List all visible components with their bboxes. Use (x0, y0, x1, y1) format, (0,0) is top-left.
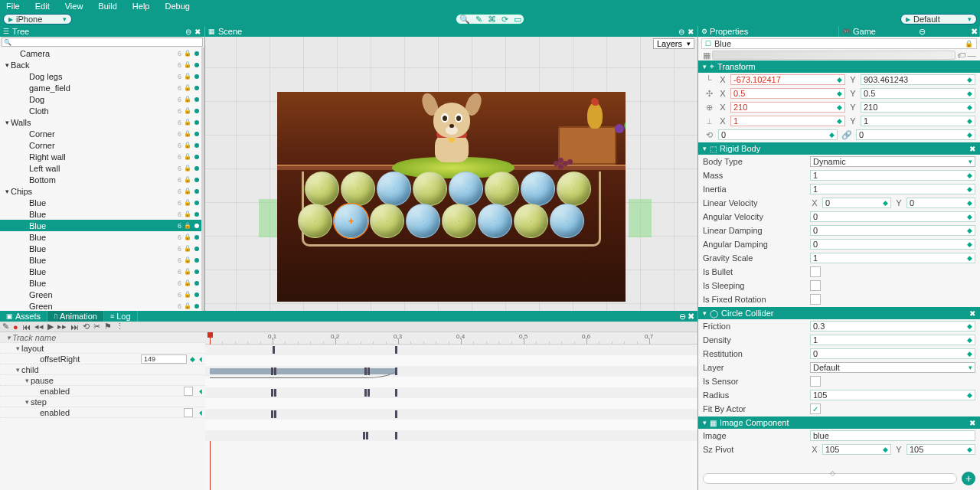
fixed-checkbox[interactable] (810, 294, 821, 305)
loop-icon[interactable]: ⟲ (83, 322, 90, 332)
track-row[interactable]: enabled⏴ (0, 407, 205, 418)
rot-x-input[interactable]: 0◆ (718, 129, 838, 140)
scene-viewport[interactable]: Layers (205, 37, 697, 311)
lock-icon[interactable]: 🔒 (965, 40, 973, 47)
close-icon[interactable] (194, 28, 201, 36)
grav-input[interactable]: 1◆ (810, 253, 975, 263)
radius-input[interactable]: 105◆ (810, 390, 975, 400)
track-row[interactable]: enabled⏴ (0, 386, 205, 397)
sensor-checkbox[interactable] (810, 376, 821, 387)
body-type-select[interactable]: Dynamic (810, 156, 975, 167)
link-icon[interactable]: ⌘ (488, 15, 496, 24)
prev-frame-icon[interactable]: ◂◂ (34, 322, 44, 332)
draw-icon[interactable]: ✎ (475, 15, 482, 24)
inertia-input[interactable]: 1◆ (810, 184, 975, 194)
tree-item[interactable]: Bottom6🔒 (0, 174, 201, 185)
device-dropdown[interactable]: iPhone (3, 14, 72, 24)
angvel-input[interactable]: 0◆ (810, 211, 975, 222)
section-transform[interactable]: ▾⌖Transform (698, 60, 980, 73)
tree-search-input[interactable] (2, 38, 203, 47)
minimize-icon[interactable] (919, 27, 926, 37)
size-x-input[interactable]: 210◆ (730, 102, 845, 113)
close-icon[interactable] (688, 312, 694, 322)
tree-item[interactable]: game_field6🔒 (0, 82, 201, 93)
tree-item[interactable]: Green6🔒 (0, 300, 201, 312)
frame-icon[interactable]: ▭ (514, 15, 521, 24)
angdamp-input[interactable]: 0◆ (810, 239, 975, 250)
rot-y-input[interactable]: 0◆ (856, 129, 975, 140)
track-row[interactable]: offsetRight149◆⏴ (0, 354, 205, 364)
component-filter[interactable]: ◇ (703, 473, 957, 484)
next-frame-icon[interactable]: ▸▸ (57, 322, 67, 332)
tree-item[interactable]: Green6🔒 (0, 289, 201, 300)
menu-edit[interactable]: Edit (35, 2, 50, 11)
tab-game[interactable]: 🎮Game (839, 26, 980, 37)
delete-icon[interactable]: ✖ (969, 145, 975, 153)
tree-item[interactable]: Dog6🔒 (0, 93, 201, 105)
menu-help[interactable]: Help (132, 2, 150, 11)
options-icon[interactable]: ⋮ (116, 322, 124, 332)
pencil-icon[interactable]: ✎ (2, 322, 9, 332)
tree-item[interactable]: Blue6🔒 (0, 208, 201, 220)
track-row[interactable]: ▾layout (0, 343, 205, 354)
restitution-input[interactable]: 0◆ (810, 348, 975, 359)
track-row[interactable]: ▾pause (0, 375, 205, 386)
close-icon[interactable] (687, 28, 694, 36)
tree-item[interactable]: Blue6🔒 (0, 277, 201, 289)
scene-tool-icons[interactable]: 🔍 ✎ ⌘ ⟳ ▭ (456, 14, 524, 24)
close-icon[interactable] (971, 27, 978, 37)
minimize-icon[interactable] (185, 28, 192, 36)
minimize-icon[interactable] (679, 312, 686, 322)
tree-item[interactable]: Blue6🔒 (0, 220, 201, 231)
fit-checkbox[interactable] (810, 403, 821, 414)
minimize-icon[interactable] (678, 28, 685, 36)
tree-item[interactable]: ▾Walls6🔒 (0, 116, 201, 128)
pivot-x-input[interactable]: 1◆ (730, 116, 845, 126)
lindamp-input[interactable]: 0◆ (810, 225, 975, 236)
tree-item[interactable]: Corner6🔒 (0, 128, 201, 139)
tree-item[interactable]: Dog legs6🔒 (0, 70, 201, 82)
tree-item[interactable]: Blue6🔒 (0, 243, 201, 254)
tab-assets[interactable]: ▣Assets (0, 311, 47, 322)
delete-icon[interactable]: ✖ (969, 309, 975, 318)
scale-x-input[interactable]: 0.5◆ (730, 88, 845, 99)
tree-item[interactable]: Cloth6🔒 (0, 105, 201, 116)
tree-item[interactable]: Corner6🔒 (0, 139, 201, 151)
szpivot-y-input[interactable]: 105◆ (906, 444, 975, 455)
tree-item[interactable]: Camera6🔒 (0, 47, 201, 59)
menu-build[interactable]: Build (98, 2, 116, 11)
menu-view[interactable]: View (65, 2, 83, 11)
track-row[interactable]: ▾step (0, 397, 205, 407)
linvel-x-input[interactable]: 0◆ (822, 198, 891, 208)
mass-input[interactable]: 1◆ (810, 170, 975, 181)
tree-item[interactable]: Blue6🔒 (0, 254, 201, 266)
linvel-y-input[interactable]: 0◆ (906, 198, 975, 208)
section-image[interactable]: ▾▦Image Component✖ (698, 416, 980, 429)
friction-input[interactable]: 0.3◆ (810, 321, 975, 332)
tree-item[interactable]: ▾Chips6🔒 (0, 185, 201, 197)
pivot-y-input[interactable]: 1◆ (861, 116, 975, 126)
record-icon[interactable]: ● (13, 322, 18, 332)
bullet-checkbox[interactable] (810, 266, 821, 277)
szpivot-x-input[interactable]: 105◆ (822, 444, 891, 455)
pos-x-input[interactable]: -673.102417◆ (730, 74, 845, 85)
section-rigidbody[interactable]: ▾⬚Rigid Body✖ (698, 142, 980, 155)
tag-icon[interactable]: 🏷 (956, 51, 966, 60)
tab-animation[interactable]: ⎍Animation (47, 311, 104, 322)
tag-slot[interactable] (712, 51, 956, 60)
density-input[interactable]: 1◆ (810, 335, 975, 345)
link-icon[interactable]: 🔗 (841, 130, 853, 140)
track-row[interactable]: ▾child (0, 364, 205, 375)
delete-icon[interactable]: ✖ (969, 419, 975, 427)
skip-end-icon[interactable]: ⏭ (70, 322, 79, 332)
layer-select[interactable]: Default (810, 362, 975, 373)
scale-y-input[interactable]: 0.5◆ (861, 88, 975, 99)
tree-item[interactable]: ▾Back6🔒 (0, 59, 201, 70)
layout-dropdown[interactable]: Default (900, 14, 977, 24)
track-list[interactable]: ▾Track name ▾layoutoffsetRight149◆⏴▾chil… (0, 332, 205, 490)
menu-debug[interactable]: Debug (165, 2, 189, 11)
object-name-field[interactable]: Blue🔒 (701, 38, 977, 49)
timeline[interactable]: 0,10,20,30,40,50,60,7 (205, 332, 697, 490)
pos-y-input[interactable]: 903.461243◆ (861, 74, 975, 85)
add-component-button[interactable]: + (962, 472, 975, 485)
